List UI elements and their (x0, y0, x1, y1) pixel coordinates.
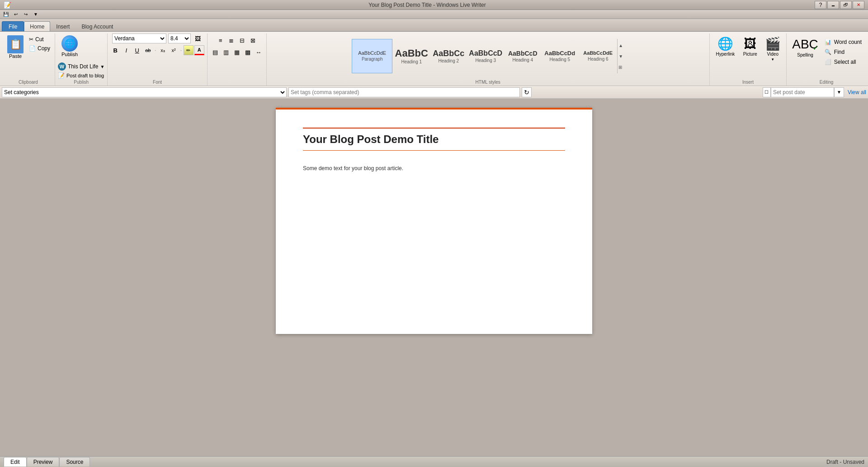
tags-input[interactable] (288, 87, 520, 97)
numbered-list-button[interactable]: ≣ (226, 35, 236, 45)
subscript-button[interactable]: x₂ (158, 45, 168, 55)
editor-mode-tabs: Edit Preview Source (4, 457, 90, 467)
word-count-button[interactable]: 📊 Word count (823, 38, 863, 46)
style-heading5[interactable]: AaBbCcDd Heading 5 (542, 39, 578, 73)
blog-name: This Dot Life (68, 63, 98, 70)
blog-account-selector[interactable]: W This Dot Life ▼ (58, 62, 104, 71)
ribbon-group-html-styles: AaBbCcDdE Paragraph AaBbC Heading 1 AaBb… (267, 33, 710, 86)
clipboard-group-label: Clipboard (5, 79, 52, 86)
outdent-button[interactable]: ⊠ (248, 35, 258, 45)
publish-label: Publish (61, 52, 78, 57)
html-styles-group-label: HTML styles (269, 79, 707, 86)
font-family-select[interactable]: Verdana (112, 33, 166, 43)
ribbon-group-editing: ABC ✓ Spelling 📊 Word count 🔍 Find (787, 33, 866, 86)
font-image-button[interactable]: 🖼 (193, 33, 203, 43)
app-icon: 📝 (4, 1, 11, 9)
tab-source[interactable]: Source (59, 457, 90, 467)
style-heading2[interactable]: AaBbCc Heading 2 (430, 39, 467, 73)
title-bar: 📝 Your Blog Post Demo Title - Windows Li… (0, 0, 868, 10)
italic-button[interactable]: I (121, 45, 131, 55)
style-heading3[interactable]: AaBbCcD Heading 3 (467, 39, 504, 73)
superscript-button[interactable]: x² (169, 45, 179, 55)
paste-button[interactable]: 📋 Paste (5, 33, 26, 61)
minimize-button[interactable]: 🗕 (827, 1, 839, 9)
categories-select[interactable]: Set categories (2, 87, 287, 97)
justify-button[interactable]: ▩ (243, 47, 253, 57)
styles-scroll-buttons: ▲ ▼ ⊞ (617, 39, 624, 73)
paste-icon: 📋 (7, 35, 24, 53)
calendar-dropdown-icon: ▼ (837, 90, 841, 95)
document-body[interactable]: Some demo text for your blog post articl… (303, 164, 565, 172)
quick-undo-button[interactable]: ↩ (12, 11, 20, 18)
ribbon-group-clipboard: 📋 Paste ✂ Cut 📄 Copy Clipboard (2, 33, 55, 86)
styles-expand-button[interactable]: ⊞ (618, 65, 623, 70)
indent-button[interactable]: ⊟ (237, 35, 247, 45)
ribbon-group-publish: 🌐 Publish W This Dot Life ▼ 📝 Post draft… (55, 33, 108, 86)
tab-home[interactable]: Home (24, 21, 50, 31)
quick-redo-button[interactable]: ↪ (22, 11, 30, 18)
quick-save-button[interactable]: 💾 (2, 11, 10, 18)
window-title: Your Blog Post Demo Title - Windows Live… (40, 2, 815, 8)
refresh-tags-button[interactable]: ↻ (522, 87, 532, 97)
copy-icon: 📄 (29, 45, 36, 52)
find-button[interactable]: 🔍 Find (823, 48, 863, 56)
align-center-button[interactable]: ▥ (221, 47, 231, 57)
font-color-button[interactable]: A (194, 45, 204, 55)
quick-access-toolbar: 💾 ↩ ↪ ▼ (0, 10, 868, 19)
hyperlink-button[interactable]: 🌐 Hyperlink (712, 34, 739, 58)
bullet-list-button[interactable]: ≡ (216, 35, 226, 45)
ltr-rtl-button[interactable]: ↔ (254, 47, 264, 57)
draft-icon: 📝 (58, 72, 65, 79)
binoculars-icon: 🔍 (825, 49, 831, 55)
post-date-input[interactable] (771, 87, 834, 97)
close-button[interactable]: ✕ (853, 1, 864, 9)
document-canvas[interactable]: Your Blog Post Demo Title Some demo text… (276, 108, 592, 334)
document-title[interactable]: Your Blog Post Demo Title (303, 133, 565, 151)
ribbon-group-insert: 🌐 Hyperlink 🖼 Picture 🎬 Video ▼ Insert (710, 33, 787, 86)
paste-label: Paste (9, 53, 22, 59)
style-heading6[interactable]: AaBbCcDdE Heading 6 (579, 39, 617, 73)
date-checkbox[interactable]: ☐ (763, 87, 771, 97)
underline-button[interactable]: U (132, 45, 142, 55)
style-heading1[interactable]: AaBbC Heading 1 (393, 39, 429, 73)
cut-button[interactable]: ✂ Cut (27, 35, 52, 43)
highlight-button[interactable]: ✏ (184, 45, 193, 55)
align-left-button[interactable]: ▤ (210, 47, 220, 57)
copy-button[interactable]: 📄 Copy (27, 44, 52, 52)
post-draft-button[interactable]: 📝 Post draft to blog (58, 72, 104, 79)
select-all-icon: ⬜ (825, 59, 831, 65)
dropdown-arrow-icon: ▼ (100, 64, 104, 69)
word-count-icon: 📊 (825, 39, 831, 45)
font-group-label: Font (110, 79, 204, 86)
select-all-button[interactable]: ⬜ Select all (823, 58, 863, 66)
video-icon: 🎬 (765, 36, 780, 51)
help-button[interactable]: ? (815, 1, 826, 9)
ribbon-group-paragraph: ≡ ≣ ⊟ ⊠ ▤ ▥ ▦ ▩ ↔ Paragraph (208, 33, 267, 86)
tab-edit[interactable]: Edit (4, 457, 27, 467)
font-size-select[interactable]: 8.4 (168, 33, 191, 43)
tab-file[interactable]: File (2, 21, 24, 31)
picture-button[interactable]: 🖼 Picture (739, 34, 761, 58)
maximize-button[interactable]: 🗗 (840, 1, 852, 9)
align-right-button[interactable]: ▦ (232, 47, 242, 57)
styles-scroll-up-button[interactable]: ▲ (618, 43, 623, 48)
quick-access-more-button[interactable]: ▼ (32, 11, 40, 18)
strikethrough-button[interactable]: ab (143, 45, 153, 55)
tab-preview[interactable]: Preview (27, 457, 60, 467)
publish-button[interactable]: 🌐 Publish (58, 33, 81, 59)
tab-insert[interactable]: Insert (50, 21, 75, 31)
category-tag-bar: Set categories ↻ ☐ ▼ View all (0, 86, 868, 99)
calendar-button[interactable]: ▼ (834, 87, 844, 97)
bold-button[interactable]: B (110, 45, 120, 55)
html-styles-gallery: AaBbCcDdE Paragraph AaBbC Heading 1 AaBb… (352, 39, 617, 73)
video-button[interactable]: 🎬 Video ▼ (762, 34, 783, 63)
title-separator (303, 128, 565, 129)
styles-scroll-down-button[interactable]: ▼ (618, 54, 623, 59)
ribbon: 📋 Paste ✂ Cut 📄 Copy Clipboard (0, 32, 868, 86)
style-heading4[interactable]: AaBbCcD Heading 4 (505, 39, 541, 73)
tab-blog-account[interactable]: Blog Account (75, 21, 119, 31)
view-all-button[interactable]: View all (848, 89, 866, 95)
style-paragraph[interactable]: AaBbCcDdE Paragraph (352, 39, 392, 73)
video-dropdown-arrow: ▼ (771, 57, 774, 62)
spelling-button[interactable]: ABC ✓ Spelling (789, 35, 821, 59)
